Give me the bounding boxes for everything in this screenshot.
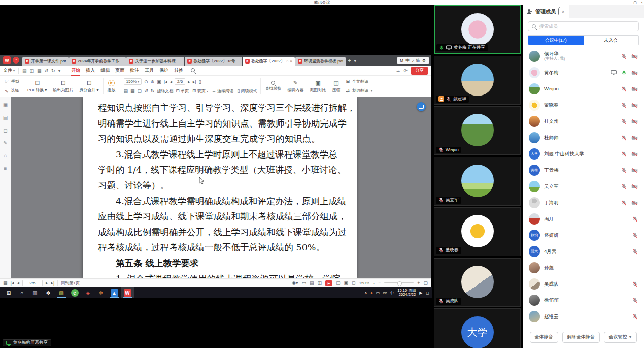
convert-button[interactable]: ⧠PDF转换 ▾ <box>24 77 50 96</box>
mic-status-icon[interactable] <box>621 168 627 173</box>
comment-icon[interactable]: ◻ <box>3 128 7 133</box>
member-row[interactable]: 吴立军 <box>523 178 644 195</box>
camera-status-icon[interactable] <box>631 103 638 108</box>
member-row[interactable]: 慧大 4月天 <box>523 243 644 260</box>
taskbar-clock[interactable]: 15:10 周四 2024/2/22 <box>397 289 416 297</box>
member-row[interactable]: 徐笛笛 <box>523 292 644 308</box>
search-box[interactable] <box>528 21 639 31</box>
video-tile[interactable]: 黄冬梅 正在共享 <box>434 5 521 54</box>
convert-button[interactable]: ⧠输出为图片 <box>50 77 76 96</box>
wps-menu-item[interactable]: 插入 <box>86 67 95 74</box>
wps-menu-item[interactable]: 页面 <box>115 67 124 74</box>
hidden-icons-chevron[interactable]: ∧ <box>364 291 367 295</box>
member-row[interactable]: 董晓春 <box>523 97 644 113</box>
camera-status-icon[interactable] <box>631 184 638 189</box>
video-tile[interactable]: 吴立军 <box>434 157 521 206</box>
toolbar-button[interactable]: ▣截图对比 <box>307 77 329 96</box>
member-row[interactable]: 吴成队 <box>523 276 644 292</box>
tab-not-joined[interactable]: 未入会 <box>584 36 639 45</box>
popout-icon[interactable] <box>558 9 559 14</box>
bookmark-icon[interactable]: ▣ <box>3 102 8 108</box>
page-number-input[interactable]: 2/6 <box>175 78 185 85</box>
wps-menu-item[interactable]: 转换 <box>174 67 183 74</box>
more-caret-icon[interactable]: ▾ <box>58 68 61 73</box>
next-page-icon[interactable]: ▸ <box>46 280 48 286</box>
zoom-out-icon[interactable]: − <box>378 280 381 286</box>
wps-menu-item[interactable]: 编辑 <box>100 67 110 74</box>
panel-tab-members[interactable]: 管理成员 × <box>523 5 569 18</box>
single-layout-icon[interactable]: ▭ <box>301 280 306 286</box>
open-folder-icon[interactable]: ▤ <box>22 68 27 73</box>
mic-status-icon[interactable] <box>621 70 627 76</box>
panel-footer-button[interactable]: 解除全体静音▼ <box>562 332 600 343</box>
mic-status-icon[interactable] <box>632 249 638 255</box>
layout-icon-3[interactable]: ▢ <box>138 88 142 93</box>
wps-document-tab[interactable]: P 开学第一课文件.pdf ◌× <box>22 57 69 66</box>
last-page-icon[interactable]: ▸| <box>51 280 54 286</box>
toolbar-button[interactable]: 查找替换 <box>262 77 284 96</box>
two-page-layout-icon[interactable]: ▤ <box>310 280 314 286</box>
eye-icon[interactable]: ◉▾ <box>292 280 298 286</box>
member-row[interactable]: 杜师师 <box>523 130 644 146</box>
zoom-in-icon[interactable]: + <box>417 280 420 286</box>
zoom-slider[interactable] <box>384 282 414 283</box>
wps-menu-item[interactable]: 批注 <box>130 67 139 74</box>
member-row[interactable]: 大学 刘题 中山科技大学 <box>523 146 644 162</box>
mic-status-icon[interactable] <box>632 314 638 320</box>
member-row[interactable]: 杜文州 <box>523 113 644 130</box>
mic-status-icon[interactable] <box>632 233 638 238</box>
full-translate-button[interactable]: ⊞全文翻译 <box>346 79 372 84</box>
ime-indicator[interactable]: 中 <box>390 290 394 296</box>
cc-icon[interactable]: ᴄᴄ <box>383 291 387 295</box>
panel-menu-icon[interactable]: ≡ <box>633 5 644 18</box>
video-tile[interactable]: 颜冠华 <box>434 56 521 105</box>
refresh-icon[interactable]: ⟳ <box>403 68 408 73</box>
zoom-in-icon[interactable]: ⊕ <box>151 79 155 84</box>
camera-status-icon[interactable] <box>631 200 638 206</box>
member-row[interactable]: Weijun <box>523 81 644 97</box>
toolbar-button[interactable]: ✎编辑内容 <box>284 77 307 96</box>
panel-footer-button[interactable]: 会议管控▼ <box>604 332 637 343</box>
camera-status-icon[interactable] <box>631 168 638 173</box>
thumbnail-panel-icon[interactable]: ▦ <box>3 280 8 286</box>
app-icon-2[interactable]: ❖ <box>94 287 108 298</box>
layout-icon-1[interactable]: ▤ <box>124 88 128 93</box>
rotate-doc-button[interactable]: 旋转文档 <box>157 88 173 94</box>
select-tool-button[interactable]: ⇖选择 <box>5 88 19 93</box>
camera-status-icon[interactable] <box>631 86 638 92</box>
wps-office-icon[interactable]: W <box>121 287 134 298</box>
photos-app-icon[interactable]: ▲ <box>108 287 121 298</box>
mic-status-icon[interactable] <box>632 281 638 287</box>
toolbar-button[interactable]: ◫压缩 <box>329 77 343 96</box>
close-icon[interactable]: × <box>641 0 643 5</box>
close-panel-icon[interactable]: × <box>562 9 564 14</box>
tab-close-icon[interactable]: × <box>290 59 292 64</box>
mic-status-icon[interactable] <box>632 298 638 303</box>
wps-document-tab[interactable]: P 教处函字〔2022〕32号… ◌× <box>185 57 242 66</box>
print-icon[interactable]: ▦ <box>37 68 42 73</box>
ime-language-bar[interactable]: M 中 ♪ 简 ⚙ <box>397 57 429 64</box>
mic-status-icon[interactable] <box>632 216 638 222</box>
camera-status-icon[interactable] <box>631 70 638 76</box>
view-mode-button[interactable]: ↔ 连续阅读 <box>212 88 233 94</box>
layout-icon-2[interactable]: ▦ <box>130 88 135 93</box>
mic-status-icon[interactable] <box>621 86 627 92</box>
search-button[interactable]: ○ <box>15 287 28 298</box>
home-icon[interactable]: ⌂ <box>4 153 7 159</box>
member-list[interactable]: 侯环华 (主持人, 我) 黄冬梅 <box>523 47 644 326</box>
display-icon[interactable]: ▭ <box>376 291 380 295</box>
camera-status-icon[interactable] <box>631 119 638 124</box>
video-tile[interactable]: Weijun <box>434 106 521 155</box>
app-icon-1[interactable]: ◈ <box>81 287 94 298</box>
mic-status-icon[interactable] <box>621 135 627 141</box>
camera-status-icon[interactable] <box>631 135 638 141</box>
tray-app-dot-icon[interactable]: ● <box>370 291 373 295</box>
tab-list-caret-icon[interactable]: ▾ <box>354 58 356 64</box>
wps-document-tab[interactable]: P 关于进一步加强本科课程… ◌× <box>126 57 184 66</box>
last-page-icon[interactable]: ▸| <box>193 79 196 84</box>
mic-status-icon[interactable] <box>621 200 627 206</box>
wps-document-tab[interactable]: P 环境监测教学模板.pdf ◌× <box>295 57 346 66</box>
pdf-document-area[interactable]: ▣▤◻✎⌂≡ 程知识点按照自主学习、引导学习、深度学习三个层级进行拆解，明确需学… <box>0 97 431 278</box>
browser-icon[interactable]: e <box>68 287 81 298</box>
wps-menu-item[interactable]: 开始 <box>71 67 80 74</box>
